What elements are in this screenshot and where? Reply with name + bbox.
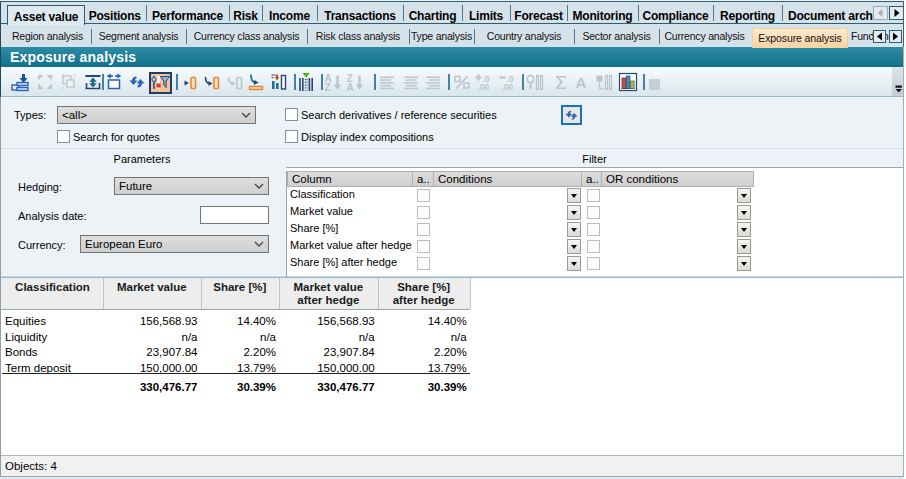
svg-text:Z: Z xyxy=(325,82,331,92)
svg-text:.00: .00 xyxy=(501,82,513,92)
svg-text:A: A xyxy=(347,82,354,92)
svg-text:.00: .00 xyxy=(478,82,490,92)
svg-text:A: A xyxy=(576,74,587,91)
